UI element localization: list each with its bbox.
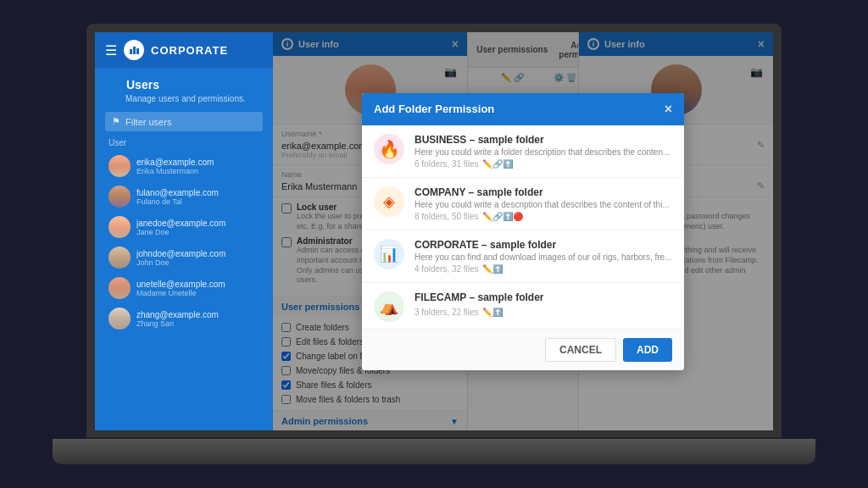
laptop-base bbox=[53, 439, 815, 464]
dialog-overlay: Add Folder Permission × 🔥 BUSINESS – sam… bbox=[273, 32, 773, 430]
sidebar-header: ☰ CORPORATE bbox=[95, 32, 273, 68]
user-email: zhang@example.com bbox=[136, 310, 259, 319]
filter-icon: ⚑ bbox=[112, 116, 120, 127]
add-folder-permission-dialog: Add Folder Permission × 🔥 BUSINESS – sam… bbox=[362, 93, 684, 370]
avatar bbox=[108, 277, 131, 299]
folder-name: FILECAMP – sample folder bbox=[415, 291, 672, 303]
sidebar-section-subtitle: Manage users and permissions. bbox=[125, 94, 263, 103]
filter-label: Filter users bbox=[125, 117, 171, 127]
user-name: Zhang San bbox=[136, 319, 259, 328]
folder-desc: Here you could write a folder descriptio… bbox=[415, 147, 672, 157]
sidebar-users-section: 👤 Users Manage users and permissions. ⚑ … bbox=[95, 68, 273, 344]
list-item[interactable]: johndoe@example.com John Doe bbox=[105, 242, 263, 273]
hamburger-icon[interactable]: ☰ bbox=[105, 42, 117, 58]
logo-icon bbox=[124, 40, 144, 60]
user-list: erika@example.com Erika Mustermann fulan… bbox=[105, 151, 263, 334]
list-item[interactable]: fulano@example.com Fulano de Tal bbox=[105, 181, 263, 212]
folder-details: COMPANY – sample folder Here you could w… bbox=[415, 186, 672, 221]
user-name: Madame Unetelle bbox=[136, 289, 259, 297]
user-name: Fulano de Tal bbox=[136, 197, 259, 206]
folder-meta: 3 folders, 22 files ✏️⬆️ bbox=[415, 308, 672, 317]
folder-name: CORPORATE – sample folder bbox=[415, 239, 672, 251]
folder-meta: 4 folders, 32 files ✏️⬆️ bbox=[415, 264, 672, 274]
sidebar: ☰ CORPORATE 👤 Users M bbox=[95, 32, 273, 430]
folder-icon-corporate: 📊 bbox=[374, 239, 404, 269]
user-info: fulano@example.com Fulano de Tal bbox=[136, 188, 259, 206]
folder-icons: ✏️⬆️ bbox=[482, 308, 503, 317]
cancel-button[interactable]: CANCEL bbox=[545, 338, 616, 362]
avatar bbox=[108, 186, 131, 208]
dialog-body: 🔥 BUSINESS – sample folder Here you coul… bbox=[362, 125, 684, 329]
app-name: CORPORATE bbox=[151, 44, 228, 57]
folder-details: CORPORATE – sample folder Here you can f… bbox=[415, 239, 672, 274]
filter-bar[interactable]: ⚑ Filter users bbox=[105, 112, 263, 131]
avatar bbox=[108, 308, 131, 330]
avatar bbox=[108, 216, 131, 238]
list-item[interactable]: 🔥 BUSINESS – sample folder Here you coul… bbox=[362, 125, 684, 178]
folder-details: FILECAMP – sample folder 3 folders, 22 f… bbox=[415, 291, 672, 317]
main-content: i User info × 📷 Username * bbox=[273, 32, 773, 430]
dialog-footer: CANCEL ADD bbox=[362, 329, 684, 370]
list-item[interactable]: erika@example.com Erika Mustermann bbox=[105, 151, 263, 181]
folder-icons: ✏️⬆️ bbox=[482, 264, 503, 274]
list-item[interactable]: ⛺ FILECAMP – sample folder 3 folders, 22… bbox=[362, 283, 684, 329]
list-item[interactable]: janedoe@example.com Jane Doe bbox=[105, 212, 263, 242]
user-email: johndoe@example.com bbox=[136, 249, 259, 258]
user-name: Erika Mustermann bbox=[136, 167, 259, 175]
dialog-header: Add Folder Permission × bbox=[362, 93, 684, 125]
user-email: erika@example.com bbox=[136, 158, 259, 167]
folder-icon-company: ◈ bbox=[374, 186, 404, 217]
folder-name: COMPANY – sample folder bbox=[415, 186, 672, 198]
user-email: fulano@example.com bbox=[136, 188, 259, 197]
folder-icon-business: 🔥 bbox=[374, 134, 404, 164]
user-info: janedoe@example.com Jane Doe bbox=[136, 219, 259, 236]
avatar bbox=[108, 155, 131, 177]
folder-icons: ✏️🔗⬆️ bbox=[482, 159, 513, 169]
list-item[interactable]: 📊 CORPORATE – sample folder Here you can… bbox=[362, 230, 684, 283]
avatar bbox=[108, 247, 131, 269]
list-item[interactable]: ◈ COMPANY – sample folder Here you could… bbox=[362, 178, 684, 230]
folder-icon-filecamp: ⛺ bbox=[374, 291, 404, 322]
list-item[interactable]: zhang@example.com Zhang San bbox=[105, 303, 263, 334]
user-info: unetelle@example.com Madame Unetelle bbox=[136, 280, 259, 297]
add-button[interactable]: ADD bbox=[623, 338, 672, 362]
user-email: unetelle@example.com bbox=[136, 280, 259, 289]
folder-details: BUSINESS – sample folder Here you could … bbox=[415, 134, 672, 169]
user-info: erika@example.com Erika Mustermann bbox=[136, 158, 259, 175]
dialog-title: Add Folder Permission bbox=[374, 103, 494, 115]
user-name: Jane Doe bbox=[136, 228, 259, 236]
folder-name: BUSINESS – sample folder bbox=[415, 134, 672, 146]
user-email: janedoe@example.com bbox=[136, 219, 259, 228]
dialog-close-button[interactable]: × bbox=[665, 102, 672, 117]
sidebar-section-title: 👤 Users bbox=[105, 78, 263, 92]
users-icon: 👤 bbox=[105, 78, 120, 92]
folder-meta: 6 folders, 31 files ✏️🔗⬆️ bbox=[415, 159, 672, 169]
user-list-header: User bbox=[105, 138, 263, 147]
folder-icons: ✏️🔗⬆️🔴 bbox=[482, 212, 523, 221]
folder-desc: Here you can find and download images of… bbox=[415, 252, 672, 262]
list-item[interactable]: unetelle@example.com Madame Unetelle bbox=[105, 273, 263, 303]
user-info: johndoe@example.com John Doe bbox=[136, 249, 259, 267]
user-name: John Doe bbox=[136, 258, 259, 267]
folder-desc: Here you could write a description that … bbox=[415, 200, 672, 209]
folder-meta: 8 folders, 50 files ✏️🔗⬆️🔴 bbox=[415, 212, 672, 221]
user-info: zhang@example.com Zhang San bbox=[136, 310, 259, 328]
